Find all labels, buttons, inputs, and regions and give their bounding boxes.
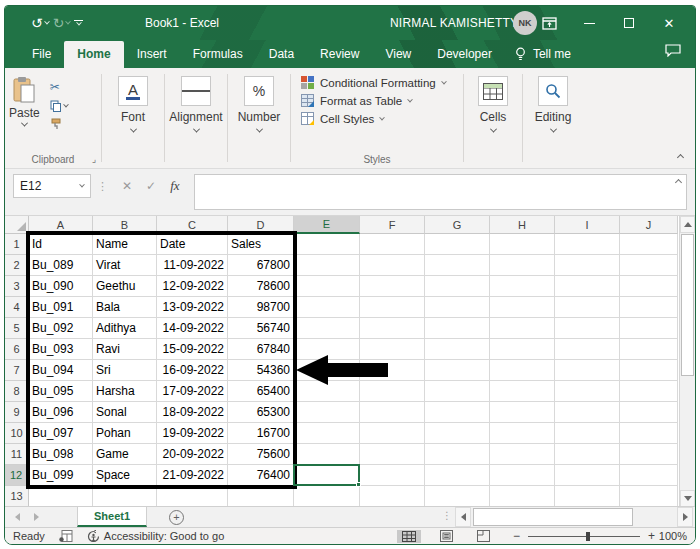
cell-A7[interactable]: Bu_094 [29, 360, 93, 381]
cell-D11[interactable]: 75600 [228, 444, 294, 465]
cell-C3[interactable]: 12-09-2022 [157, 276, 228, 297]
cell-B1[interactable]: Name [93, 234, 157, 255]
tab-formulas[interactable]: Formulas [180, 41, 256, 68]
cell-D6[interactable]: 67840 [228, 339, 294, 360]
cell-C8[interactable]: 17-09-2022 [157, 381, 228, 402]
cell-H6[interactable] [490, 339, 555, 360]
row-header-9[interactable]: 9 [5, 402, 29, 423]
clipboard-dialog-launcher[interactable]: ⌟ [92, 154, 96, 164]
format-as-table-button[interactable]: Format as Table [301, 94, 463, 107]
cell-C12[interactable]: 21-09-2022 [157, 465, 228, 486]
cell-F9[interactable] [360, 402, 425, 423]
cell-G2[interactable] [425, 255, 490, 276]
cell-F3[interactable] [360, 276, 425, 297]
cell-H5[interactable] [490, 318, 555, 339]
tab-view[interactable]: View [372, 41, 424, 68]
maximize-button[interactable] [609, 6, 649, 40]
row-header-13[interactable]: 13 [5, 486, 29, 506]
number-group[interactable]: % Number [228, 68, 290, 168]
cell-C6[interactable]: 15-09-2022 [157, 339, 228, 360]
cell-B4[interactable]: Bala [93, 297, 157, 318]
cell-D2[interactable]: 67800 [228, 255, 294, 276]
redo-button[interactable]: ↻ [53, 15, 71, 31]
cell-J12[interactable] [620, 465, 678, 486]
cell-G8[interactable] [425, 381, 490, 402]
drag-handle-dots[interactable]: ⋮ [97, 174, 108, 198]
cell-H7[interactable] [490, 360, 555, 381]
cell-E1[interactable] [294, 234, 360, 255]
splitter-dots[interactable]: ⋮ [442, 510, 452, 521]
cell-F12[interactable] [360, 465, 425, 486]
tab-review[interactable]: Review [307, 41, 372, 68]
zoom-in-button[interactable]: + [648, 529, 655, 543]
row-header-12[interactable]: 12 [5, 465, 29, 486]
cell-J13[interactable] [620, 486, 678, 506]
zoom-out-button[interactable]: − [513, 529, 520, 543]
cell-H2[interactable] [490, 255, 555, 276]
cell-G4[interactable] [425, 297, 490, 318]
page-break-preview-button[interactable] [472, 529, 495, 543]
cell-A8[interactable]: Bu_095 [29, 381, 93, 402]
comments-button[interactable] [665, 43, 681, 61]
cell-G7[interactable] [425, 360, 490, 381]
cell-G10[interactable] [425, 423, 490, 444]
cell-C2[interactable]: 11-09-2022 [157, 255, 228, 276]
conditional-formatting-button[interactable]: Conditional Formatting [301, 76, 463, 89]
cell-C7[interactable]: 16-09-2022 [157, 360, 228, 381]
cell-I1[interactable] [555, 234, 620, 255]
scroll-down-button[interactable] [680, 490, 695, 506]
cell-D5[interactable]: 56740 [228, 318, 294, 339]
cell-H11[interactable] [490, 444, 555, 465]
account-name[interactable]: NIRMAL KAMISHETTY [390, 16, 518, 30]
column-header-D[interactable]: D [228, 216, 294, 234]
cell-C5[interactable]: 14-09-2022 [157, 318, 228, 339]
row-header-11[interactable]: 11 [5, 444, 29, 465]
customize-qat-button[interactable] [74, 20, 83, 26]
cell-I5[interactable] [555, 318, 620, 339]
cell-A12[interactable]: Bu_099 [29, 465, 93, 486]
cell-styles-button[interactable]: Cell Styles [301, 112, 463, 125]
cell-C13[interactable] [157, 486, 228, 506]
cell-J4[interactable] [620, 297, 678, 318]
cell-A13[interactable] [29, 486, 93, 506]
cell-G6[interactable] [425, 339, 490, 360]
tab-insert[interactable]: Insert [124, 41, 180, 68]
cell-H4[interactable] [490, 297, 555, 318]
cell-E9[interactable] [294, 402, 360, 423]
cell-B13[interactable] [93, 486, 157, 506]
page-layout-view-button[interactable] [435, 529, 458, 543]
cell-E3[interactable] [294, 276, 360, 297]
cell-D13[interactable] [228, 486, 294, 506]
cell-G3[interactable] [425, 276, 490, 297]
cell-H8[interactable] [490, 381, 555, 402]
ribbon-display-options-button[interactable] [529, 6, 569, 40]
column-header-I[interactable]: I [555, 216, 620, 234]
tab-developer[interactable]: Developer [424, 41, 505, 68]
cell-A2[interactable]: Bu_089 [29, 255, 93, 276]
cell-B3[interactable]: Geethu [93, 276, 157, 297]
scroll-left-button[interactable] [455, 507, 471, 527]
row-header-2[interactable]: 2 [5, 255, 29, 276]
cell-A6[interactable]: Bu_093 [29, 339, 93, 360]
cell-F2[interactable] [360, 255, 425, 276]
scroll-right-button[interactable] [677, 507, 693, 527]
cell-I3[interactable] [555, 276, 620, 297]
cell-A5[interactable]: Bu_092 [29, 318, 93, 339]
name-box[interactable]: E12 [13, 174, 91, 198]
column-header-B[interactable]: B [93, 216, 157, 234]
alignment-group[interactable]: Alignment [165, 68, 227, 168]
row-header-7[interactable]: 7 [5, 360, 29, 381]
cell-F13[interactable] [360, 486, 425, 506]
cell-B12[interactable]: Space [93, 465, 157, 486]
cell-I6[interactable] [555, 339, 620, 360]
tab-data[interactable]: Data [256, 41, 307, 68]
zoom-slider-thumb[interactable] [586, 532, 590, 541]
font-group[interactable]: A Font [102, 68, 164, 168]
cell-H1[interactable] [490, 234, 555, 255]
cell-I10[interactable] [555, 423, 620, 444]
macro-record-icon[interactable] [59, 530, 73, 542]
cell-E5[interactable] [294, 318, 360, 339]
editing-group[interactable]: Editing [523, 68, 583, 168]
cell-E4[interactable] [294, 297, 360, 318]
cell-D12[interactable]: 76400 [228, 465, 294, 486]
